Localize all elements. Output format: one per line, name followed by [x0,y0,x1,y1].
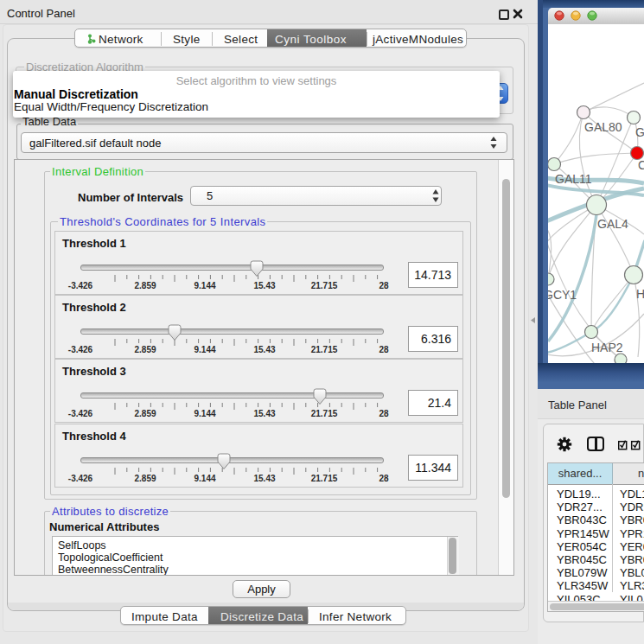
svg-text:HAP2: HAP2 [591,341,623,354]
svg-text:C: C [638,158,644,172]
svg-text:GCY1: GCY1 [548,288,577,302]
svg-text:GAL80: GAL80 [584,120,622,134]
svg-text:H: H [636,287,644,301]
svg-text:GAL11: GAL11 [555,172,592,186]
svg-text:GA: GA [635,125,644,139]
svg-text:GAL4: GAL4 [597,217,628,231]
